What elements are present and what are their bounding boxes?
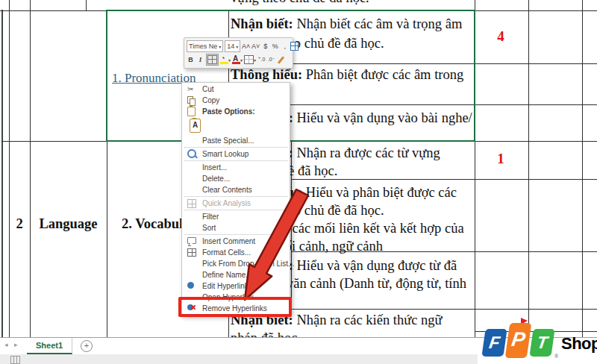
quick-analysis-icon — [187, 199, 196, 208]
submenu-arrow-icon: ▸ — [283, 222, 286, 233]
fill-color-button[interactable]: ◔▾ — [220, 54, 231, 65]
submenu-arrow-icon: ▸ — [283, 211, 286, 222]
magnifier-icon — [187, 149, 196, 158]
menu-item-paste-special[interactable]: Paste Special... — [182, 135, 290, 146]
menu-item-cut[interactable]: ✂Cut — [182, 84, 290, 95]
chevron-down-icon: ▾ — [236, 44, 238, 49]
remove-hyperlink-icon — [187, 304, 193, 310]
fill-color-icon: ◔ — [220, 55, 228, 64]
menu-separator — [184, 160, 288, 161]
context-menu: ✂Cut Copy Paste Options: A Paste Special… — [181, 82, 290, 316]
menu-item-filter[interactable]: Filter▸ — [182, 211, 290, 222]
sheet-nav-arrows[interactable]: ◂ ▸ — [4, 341, 20, 348]
comma-format-button[interactable]: , — [281, 41, 289, 51]
cell-category[interactable]: Language — [30, 216, 107, 232]
cell-count-pronunciation[interactable]: 4 — [475, 28, 526, 45]
gridline — [30, 0, 31, 338]
gridline — [528, 0, 529, 338]
copy-icon — [187, 96, 196, 105]
menu-item-edit-hyperlink[interactable]: Edit Hyperlink — [182, 280, 290, 292]
menu-item-quick-analysis: Quick Analysis — [182, 198, 290, 209]
font-name-select[interactable]: Times Ne▾ — [187, 40, 223, 52]
italic-button[interactable]: I — [196, 54, 204, 65]
format-painter-button[interactable] — [277, 54, 285, 65]
gridline — [9, 0, 10, 338]
chevron-down-icon: ▾ — [228, 57, 231, 63]
menu-item-format-cells[interactable]: Format Cells... — [182, 247, 290, 258]
menu-item-insert[interactable]: Insert... — [182, 162, 290, 173]
logo-shop-text: Shop.com.vn — [561, 334, 597, 354]
currency-format-button[interactable]: $ — [261, 41, 269, 51]
menu-paste-options-row: A — [182, 117, 290, 135]
tab-sheet1[interactable]: Sheet1 — [27, 338, 72, 354]
gridline — [1, 141, 597, 142]
menu-item-paste-options: Paste Options: — [182, 106, 290, 117]
menu-item-delete[interactable]: Delete... — [182, 173, 290, 184]
chevron-down-icon: ▾ — [254, 57, 256, 63]
menu-item-sort[interactable]: Sort▸ — [182, 222, 290, 233]
menu-item-copy[interactable]: Copy — [182, 95, 290, 106]
shrink-font-button[interactable]: A˅ — [251, 41, 260, 51]
table-icon — [290, 42, 298, 51]
cell-row-index[interactable]: 2 — [9, 216, 30, 232]
grow-font-button[interactable]: A˄ — [242, 41, 250, 51]
comment-icon — [187, 237, 196, 244]
menu-separator — [184, 147, 288, 148]
borders-icon — [244, 55, 254, 64]
font-size-select[interactable]: 14▾ — [225, 40, 240, 52]
fpt-shop-logo: F P T ® Shop.com.vn — [478, 316, 597, 361]
menu-item-insert-comment[interactable]: Insert Comment — [182, 236, 290, 247]
gridline — [1, 10, 3, 338]
menu-item-remove-hyperlinks[interactable]: Remove Hyperlinks — [182, 303, 290, 314]
chevron-down-icon: ▾ — [240, 57, 243, 63]
add-sheet-button[interactable]: + — [81, 340, 93, 352]
borders-button[interactable]: ▾ — [244, 54, 256, 65]
merge-icon — [207, 55, 217, 64]
cell-text[interactable]: Nhận biết: Nhận biết các âm và trọng âm — [231, 15, 484, 33]
mini-toolbar-row-1: Times Ne▾ 14▾ A˄ A˅ $ % , — [187, 40, 290, 53]
gridline — [0, 10, 597, 11]
merge-center-button[interactable] — [206, 54, 219, 66]
bold-button[interactable]: B — [187, 54, 195, 65]
menu-item-define-name[interactable]: Define Name... — [182, 269, 290, 280]
menu-item-pick-from-list[interactable]: Pick From Drop-down List... — [182, 258, 290, 269]
menu-item-clear-contents[interactable]: Clear Contents — [182, 184, 290, 195]
gridline — [582, 0, 583, 338]
increase-decimal-button[interactable]: ⁺.0 — [257, 54, 266, 65]
excel-screenshot: vựng theo chủ đề đã học. 2 Language 1. P… — [0, 0, 597, 364]
paste-keep-formatting-icon[interactable]: A — [190, 119, 201, 133]
format-painter-icon — [278, 56, 284, 63]
font-color-button[interactable]: A▾ — [232, 54, 243, 65]
scissors-icon: ✂ — [187, 85, 196, 94]
mini-toolbar: Times Ne▾ 14▾ A˄ A˅ $ % , B I ◔▾ A▾ ▾ ⁺.… — [184, 37, 293, 69]
conditional-format-icon[interactable] — [290, 41, 298, 51]
gridline — [86, 0, 87, 10]
macro-record-icon[interactable] — [10, 356, 20, 364]
cell-count-vocabulary[interactable]: 1 — [475, 151, 526, 167]
logo-letter-p: P — [505, 323, 532, 358]
mini-toolbar-row-2: B I ◔▾ A▾ ▾ ⁺.0 .0⁻ — [187, 53, 290, 66]
menu-separator — [184, 234, 288, 235]
menu-separator — [184, 196, 288, 197]
registered-mark: ® — [554, 354, 558, 359]
hyperlink-icon — [187, 282, 194, 289]
logo-letter-f: F — [481, 329, 507, 357]
gridline — [107, 10, 107, 338]
decrease-decimal-button[interactable]: .0⁻ — [267, 54, 275, 65]
format-cells-icon — [187, 248, 196, 257]
menu-separator — [184, 210, 288, 210]
font-color-icon: A — [232, 55, 240, 64]
menu-item-smart-lookup[interactable]: Smart Lookup — [182, 148, 290, 160]
menu-item-open-hyperlink[interactable]: Open Hyperlink — [182, 292, 290, 303]
logo-letter-t: T — [529, 329, 554, 357]
chevron-down-icon: ▾ — [219, 44, 221, 49]
percent-format-button[interactable]: % — [271, 41, 279, 51]
clipped-row-above: vựng theo chủ đề đã học. — [231, 0, 477, 6]
clipboard-icon — [187, 107, 196, 116]
